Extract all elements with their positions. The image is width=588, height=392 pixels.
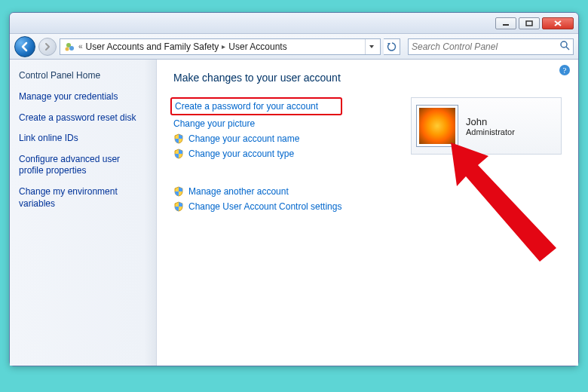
svg-point-6 <box>66 47 69 51</box>
link-create-password[interactable]: Create a password for your account <box>170 97 342 115</box>
window: « User Accounts and Family Safety ▸ User… <box>9 12 579 366</box>
shield-icon <box>173 201 184 212</box>
link-label[interactable]: Change User Account Control settings <box>188 201 341 212</box>
nav-back-button[interactable] <box>14 36 35 57</box>
close-button[interactable] <box>542 17 574 29</box>
titlebar <box>10 13 578 34</box>
sidebar-item-advanced-profile[interactable]: Configure advanced user profile properti… <box>19 154 147 177</box>
link-manage-another-account[interactable]: Manage another account <box>173 186 562 197</box>
avatar <box>416 105 458 147</box>
user-role: Administrator <box>466 127 515 136</box>
svg-line-8 <box>566 47 569 50</box>
user-name: John <box>466 116 515 127</box>
shield-icon <box>173 149 184 159</box>
link-label[interactable]: Manage another account <box>188 186 289 197</box>
shield-icon <box>173 133 184 144</box>
svg-text:?: ? <box>563 66 567 75</box>
help-icon[interactable]: ? <box>559 64 571 76</box>
nav-forward-button[interactable] <box>38 38 57 56</box>
link-label[interactable]: Change your picture <box>173 118 255 129</box>
navbar: « User Accounts and Family Safety ▸ User… <box>10 34 578 60</box>
link-label[interactable]: Change your account type <box>188 149 294 159</box>
search-icon <box>559 40 570 53</box>
svg-point-5 <box>69 46 74 51</box>
search-input[interactable] <box>412 41 559 52</box>
sidebar-heading: Control Panel Home <box>19 70 147 81</box>
user-card: John Administrator <box>411 97 562 155</box>
chevron-right-icon: ▸ <box>222 42 225 51</box>
minimize-button[interactable] <box>495 17 516 29</box>
sidebar-item-manage-credentials[interactable]: Manage your credentials <box>19 91 147 103</box>
svg-rect-1 <box>526 21 532 26</box>
search-box[interactable] <box>408 38 574 55</box>
breadcrumb-segment[interactable]: User Accounts <box>228 41 286 52</box>
breadcrumb-segment[interactable]: User Accounts and Family Safety <box>86 41 219 52</box>
user-info: John Administrator <box>466 116 515 136</box>
control-panel-icon <box>63 41 75 53</box>
svg-point-7 <box>561 41 567 47</box>
refresh-button[interactable] <box>384 38 400 55</box>
breadcrumb-prefix: « <box>78 42 83 51</box>
main-panel: ? Make changes to your user account Crea… <box>157 60 578 366</box>
sidebar-item-env-variables[interactable]: Change my environment variables <box>19 186 147 210</box>
content: Control Panel Home Manage your credentia… <box>10 60 578 366</box>
sidebar-item-password-reset-disk[interactable]: Create a password reset disk <box>19 112 147 124</box>
link-uac-settings[interactable]: Change User Account Control settings <box>173 201 562 212</box>
link-label[interactable]: Change your account name <box>188 133 299 144</box>
avatar-image <box>419 108 455 144</box>
sidebar-item-link-online-ids[interactable]: Link online IDs <box>19 133 147 145</box>
breadcrumb[interactable]: « User Accounts and Family Safety ▸ User… <box>60 38 381 55</box>
page-title: Make changes to your user account <box>173 72 562 84</box>
maximize-button[interactable] <box>519 17 540 29</box>
breadcrumb-dropdown[interactable] <box>365 39 377 54</box>
link-label[interactable]: Create a password for your account <box>175 101 318 112</box>
shield-icon <box>173 186 184 197</box>
sidebar: Control Panel Home Manage your credentia… <box>10 60 157 366</box>
